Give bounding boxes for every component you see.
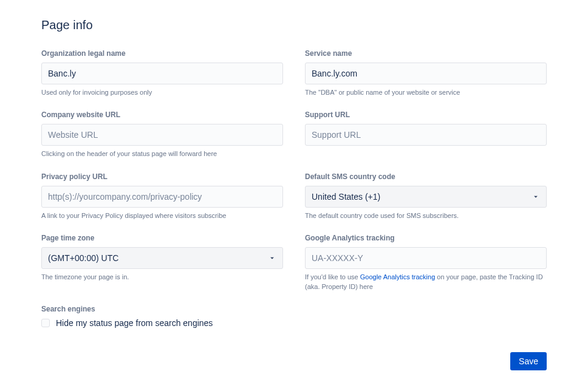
help-privacy-policy-url: A link to your Privacy Policy displayed … (41, 211, 283, 220)
label-support-url: Support URL (305, 110, 547, 119)
label-search-engines: Search engines (41, 305, 547, 313)
field-google-analytics: Google Analytics tracking If you'd like … (305, 234, 547, 291)
field-support-url: Support URL (305, 110, 547, 158)
section-search-engines: Search engines Hide my status page from … (41, 305, 547, 328)
field-sms-country-code: Default SMS country code United States (… (305, 172, 547, 220)
form-grid: Organization legal name Used only for in… (41, 49, 547, 291)
label-google-analytics: Google Analytics tracking (305, 234, 547, 242)
chevron-down-icon (268, 254, 276, 262)
help-company-website-url: Clicking on the header of your status pa… (41, 149, 283, 158)
help-google-analytics: If you'd like to use Google Analytics tr… (305, 273, 547, 291)
chevron-down-icon (532, 192, 540, 201)
input-company-website-url[interactable] (41, 124, 283, 146)
page-title: Page info (41, 18, 547, 32)
input-service-name[interactable] (305, 63, 547, 84)
field-privacy-policy-url: Privacy policy URL A link to your Privac… (41, 172, 283, 220)
input-organization-legal-name[interactable] (41, 63, 283, 84)
label-company-website-url: Company website URL (41, 110, 283, 119)
save-button[interactable]: Save (510, 352, 547, 370)
select-value-page-time-zone: (GMT+00:00) UTC (48, 253, 118, 263)
label-service-name: Service name (305, 49, 547, 58)
checkbox-row-hide-from-search: Hide my status page from search engines (41, 318, 547, 328)
field-company-website-url: Company website URL Clicking on the head… (41, 110, 283, 158)
field-service-name: Service name The "DBA" or public name of… (305, 49, 547, 97)
field-page-time-zone: Page time zone (GMT+00:00) UTC The timez… (41, 234, 283, 291)
help-page-time-zone: The timezone your page is in. (41, 273, 283, 282)
select-value-sms-country-code: United States (+1) (312, 192, 380, 202)
checkbox-label-hide-from-search: Hide my status page from search engines (56, 318, 213, 328)
help-analytics-pre: If you'd like to use (305, 273, 360, 280)
help-sms-country-code: The default country code used for SMS su… (305, 211, 547, 220)
field-organization-legal-name: Organization legal name Used only for in… (41, 49, 283, 97)
help-organization-legal-name: Used only for invoicing purposes only (41, 88, 283, 97)
input-google-analytics[interactable] (305, 247, 547, 269)
input-support-url[interactable] (305, 124, 547, 146)
label-sms-country-code: Default SMS country code (305, 172, 547, 181)
select-page-time-zone[interactable]: (GMT+00:00) UTC (41, 247, 283, 269)
link-google-analytics-tracking[interactable]: Google Analytics tracking (360, 273, 436, 280)
input-privacy-policy-url[interactable] (41, 186, 283, 208)
label-organization-legal-name: Organization legal name (41, 49, 283, 58)
select-sms-country-code[interactable]: United States (+1) (305, 186, 547, 208)
label-privacy-policy-url: Privacy policy URL (41, 172, 283, 181)
actions-row: Save (41, 352, 547, 370)
checkbox-hide-from-search[interactable] (41, 319, 50, 327)
help-service-name: The "DBA" or public name of your website… (305, 88, 547, 97)
label-page-time-zone: Page time zone (41, 234, 283, 242)
